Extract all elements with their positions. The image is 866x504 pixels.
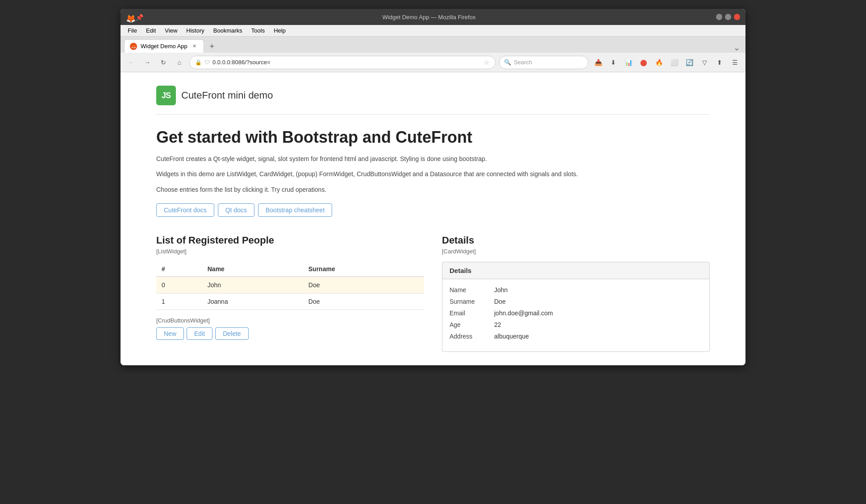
cell-id: 0 bbox=[156, 277, 202, 293]
list-title: List of Registered People bbox=[156, 235, 424, 246]
main-layout: List of Registered People [ListWidget] #… bbox=[156, 235, 710, 352]
browser-toolbar: 📥 ⬇ 📊 ⬤ 🔥 ⬜ 🔄 ▽ ⬆ ☰ bbox=[592, 56, 741, 69]
list-widget-label: [ListWidget] bbox=[156, 248, 424, 255]
detail-value: John bbox=[494, 286, 508, 293]
search-icon: 🔍 bbox=[504, 59, 511, 66]
detail-row: Address albuquerque bbox=[450, 333, 702, 340]
hero-desc3: Choose entries form the list by clicking… bbox=[156, 185, 710, 194]
bookmark-star-icon[interactable]: ☆ bbox=[484, 59, 490, 66]
new-tab-button[interactable]: + bbox=[206, 40, 218, 53]
window-controls: 🦊 📌 bbox=[126, 14, 142, 20]
firefox-icon: 🦊 bbox=[126, 14, 132, 20]
table-row[interactable]: 1 Joanna Doe bbox=[156, 293, 424, 310]
upload-icon[interactable]: ⬆ bbox=[713, 56, 726, 69]
menu-bookmarks[interactable]: Bookmarks bbox=[210, 26, 246, 35]
minimize-button[interactable] bbox=[716, 14, 722, 20]
crud-buttons: New Edit Delete bbox=[156, 327, 424, 340]
tab-label: Widget Demo App bbox=[141, 43, 187, 50]
close-button[interactable] bbox=[734, 14, 740, 20]
shield-icon: 🛡 bbox=[204, 59, 210, 66]
tabs-dropdown-button[interactable]: ⌄ bbox=[733, 43, 740, 53]
active-tab[interactable]: 🦊 Widget Demo App ✕ bbox=[124, 39, 204, 53]
back-button[interactable]: ← bbox=[125, 56, 137, 69]
container-icon[interactable]: ⬤ bbox=[637, 56, 650, 69]
menu-icon[interactable]: ☰ bbox=[729, 56, 741, 69]
menu-help[interactable]: Help bbox=[270, 26, 289, 35]
cell-name: Joanna bbox=[202, 293, 303, 310]
url-bar[interactable]: 🔒 🛡 0.0.0.0:8086/?source= ☆ bbox=[189, 56, 495, 69]
download-icon[interactable]: ⬇ bbox=[607, 56, 620, 69]
menu-edit[interactable]: Edit bbox=[142, 26, 159, 35]
page-content: JS CuteFront mini demo Get started with … bbox=[121, 72, 745, 365]
detail-row: Surname Doe bbox=[450, 298, 702, 305]
app-title: CuteFront mini demo bbox=[181, 90, 273, 101]
detail-value: john.doe@gmail.com bbox=[494, 310, 553, 317]
detail-row: Name John bbox=[450, 286, 702, 293]
detail-value: albuquerque bbox=[494, 333, 529, 340]
tab-bar: 🦊 Widget Demo App ✕ + ⌄ bbox=[121, 37, 745, 53]
bootstrap-cheatsheet-button[interactable]: Bootstrap cheatsheet bbox=[258, 203, 332, 217]
people-table: # Name Surname 0 John Doe 1 Joanna Doe bbox=[156, 262, 424, 310]
cell-surname: Doe bbox=[303, 293, 424, 310]
cell-surname: Doe bbox=[303, 277, 424, 293]
detail-value: Doe bbox=[494, 298, 506, 305]
app-logo: JS bbox=[156, 86, 176, 105]
chart-icon[interactable]: 📊 bbox=[622, 56, 635, 69]
forward-button[interactable]: → bbox=[141, 56, 154, 69]
cell-id: 1 bbox=[156, 293, 202, 310]
qt-docs-button[interactable]: Qt docs bbox=[218, 203, 254, 217]
detail-label: Name bbox=[450, 286, 494, 293]
detail-label: Surname bbox=[450, 298, 494, 305]
list-section: List of Registered People [ListWidget] #… bbox=[156, 235, 424, 340]
hero-desc1: CuteFront creates a Qt-style widget, sig… bbox=[156, 154, 710, 164]
pin-icon: 📌 bbox=[136, 14, 142, 20]
search-input[interactable]: 🔍 Search bbox=[499, 56, 588, 69]
hero-title: Get started with Bootstrap and CuteFront bbox=[156, 128, 710, 147]
tab-close-button[interactable]: ✕ bbox=[191, 43, 198, 50]
home-button[interactable]: ⌂ bbox=[173, 56, 186, 69]
delete-button[interactable]: Delete bbox=[215, 327, 248, 340]
detail-label: Address bbox=[450, 333, 494, 340]
pocket-icon[interactable]: 📥 bbox=[592, 56, 604, 69]
detail-value: 22 bbox=[494, 321, 501, 328]
cell-name: John bbox=[202, 277, 303, 293]
details-title: Details bbox=[442, 235, 710, 246]
menu-bar: File Edit View History Bookmarks Tools H… bbox=[121, 25, 745, 37]
detail-label: Age bbox=[450, 321, 494, 328]
detail-row: Email john.doe@gmail.com bbox=[450, 310, 702, 317]
hero-desc2: Widgets in this demo are ListWidget, Car… bbox=[156, 169, 710, 179]
url-text[interactable]: 0.0.0.0:8086/?source= bbox=[212, 59, 481, 66]
lock-icon: 🔒 bbox=[195, 59, 202, 66]
col-id: # bbox=[156, 262, 202, 277]
tab-favicon: 🦊 bbox=[130, 43, 137, 50]
menu-tools[interactable]: Tools bbox=[248, 26, 268, 35]
window-icon[interactable]: ⬜ bbox=[668, 56, 680, 69]
hero-links: CuteFront docs Qt docs Bootstrap cheatsh… bbox=[156, 203, 710, 217]
edit-button[interactable]: Edit bbox=[187, 327, 212, 340]
maximize-button[interactable] bbox=[725, 14, 731, 20]
menu-file[interactable]: File bbox=[124, 26, 141, 35]
crud-label: [CrudButtonsWidget] bbox=[156, 317, 424, 324]
cutefront-docs-button[interactable]: CuteFront docs bbox=[156, 203, 214, 217]
table-row[interactable]: 0 John Doe bbox=[156, 277, 424, 293]
details-card-body: Name John Surname Doe Email john.doe@gma… bbox=[442, 279, 709, 351]
details-widget-label: [CardWidget] bbox=[442, 248, 710, 255]
hero-section: Get started with Bootstrap and CuteFront… bbox=[156, 128, 710, 217]
title-bar: 🦊 📌 Widget Demo App — Mozilla Firefox bbox=[121, 9, 745, 25]
col-name: Name bbox=[202, 262, 303, 277]
menu-history[interactable]: History bbox=[183, 26, 208, 35]
col-surname: Surname bbox=[303, 262, 424, 277]
menu-view[interactable]: View bbox=[161, 26, 181, 35]
sync-icon[interactable]: 🔄 bbox=[683, 56, 695, 69]
filter-icon[interactable]: ▽ bbox=[698, 56, 711, 69]
details-card: Details Name John Surname Doe Email john… bbox=[442, 262, 710, 352]
detail-label: Email bbox=[450, 310, 494, 317]
browser-window: 🦊 📌 Widget Demo App — Mozilla Firefox Fi… bbox=[121, 9, 745, 365]
window-title: Widget Demo App — Mozilla Firefox bbox=[142, 14, 716, 21]
logo-text: JS bbox=[162, 91, 171, 100]
details-section: Details [CardWidget] Details Name John S… bbox=[442, 235, 710, 352]
new-button[interactable]: New bbox=[156, 327, 184, 340]
reload-button[interactable]: ↻ bbox=[157, 56, 170, 69]
flame-icon[interactable]: 🔥 bbox=[653, 56, 665, 69]
detail-row: Age 22 bbox=[450, 321, 702, 328]
